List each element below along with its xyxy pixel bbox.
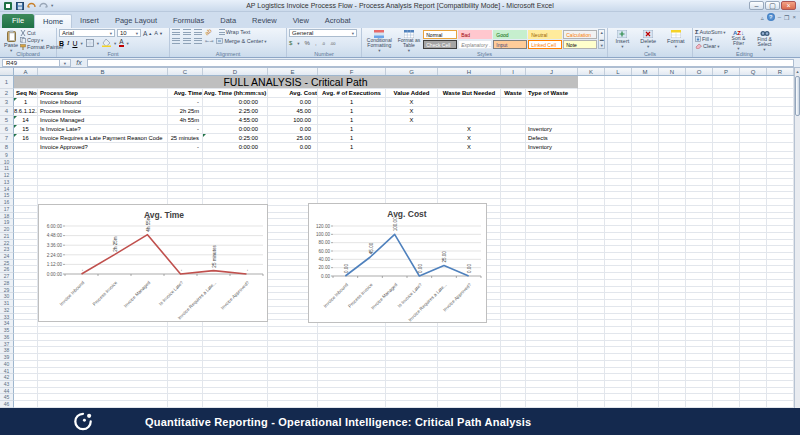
cell-M36[interactable] bbox=[632, 334, 659, 341]
cell-N15[interactable] bbox=[659, 192, 686, 199]
cell-H37[interactable] bbox=[438, 341, 501, 348]
cell-G3[interactable]: X bbox=[386, 98, 438, 107]
cell-P46[interactable] bbox=[713, 401, 740, 408]
find-select-button[interactable]: Find & Select▾ bbox=[752, 29, 778, 53]
cell-R8[interactable] bbox=[767, 143, 794, 152]
tab-formulas[interactable]: Formulas bbox=[165, 14, 212, 28]
cell-K39[interactable] bbox=[578, 354, 605, 361]
cell-L41[interactable] bbox=[605, 368, 632, 375]
cell-L19[interactable] bbox=[605, 219, 632, 226]
cell-E7[interactable]: 25.00 bbox=[268, 134, 318, 143]
cell-J13[interactable] bbox=[526, 179, 578, 186]
cell-J40[interactable] bbox=[526, 361, 578, 368]
cell-O11[interactable] bbox=[686, 165, 713, 172]
cell-A27[interactable] bbox=[14, 273, 38, 280]
cell-L27[interactable] bbox=[605, 273, 632, 280]
cell-C7[interactable]: 25 minutes bbox=[168, 134, 203, 143]
cell-Q26[interactable] bbox=[740, 266, 767, 273]
cell-L37[interactable] bbox=[605, 341, 632, 348]
cell-I18[interactable] bbox=[501, 213, 526, 220]
cell-C35[interactable] bbox=[168, 327, 203, 334]
cell-N42[interactable] bbox=[659, 374, 686, 381]
cell-D42[interactable] bbox=[203, 374, 268, 381]
formula-input[interactable] bbox=[87, 59, 794, 67]
cell-L32[interactable] bbox=[605, 307, 632, 314]
decrease-decimal-icon[interactable]: .00 bbox=[330, 41, 336, 46]
column-header-A[interactable]: A bbox=[14, 68, 38, 75]
cell-K25[interactable] bbox=[578, 260, 605, 267]
cell-M27[interactable] bbox=[632, 273, 659, 280]
cell-O29[interactable] bbox=[686, 287, 713, 294]
cell-A37[interactable] bbox=[14, 341, 38, 348]
cell-I12[interactable] bbox=[501, 172, 526, 179]
row-number-2[interactable]: 2 bbox=[0, 89, 14, 98]
cell-P26[interactable] bbox=[713, 266, 740, 273]
row-number-13[interactable]: 13 bbox=[0, 179, 14, 186]
cell-K26[interactable] bbox=[578, 266, 605, 273]
cell-R23[interactable] bbox=[767, 246, 794, 253]
cell-F12[interactable] bbox=[318, 172, 386, 179]
cell-B43[interactable] bbox=[38, 381, 168, 388]
column-header-B[interactable]: B bbox=[38, 68, 168, 75]
cell-C9[interactable] bbox=[168, 152, 203, 159]
underline-button[interactable]: U bbox=[72, 40, 77, 47]
cell-N19[interactable] bbox=[659, 219, 686, 226]
cell-O34[interactable] bbox=[686, 320, 713, 327]
cell-N21[interactable] bbox=[659, 233, 686, 240]
cell-R32[interactable] bbox=[767, 307, 794, 314]
cell-B41[interactable] bbox=[38, 368, 168, 375]
cell-K9[interactable] bbox=[578, 152, 605, 159]
cell-A43[interactable] bbox=[14, 381, 38, 388]
insert-function-icon[interactable]: fx bbox=[71, 59, 87, 66]
merge-center-button[interactable]: Merge & Center▾ bbox=[216, 38, 266, 44]
cell-C14[interactable] bbox=[168, 186, 203, 193]
cell-A22[interactable] bbox=[14, 240, 38, 247]
cell-I46[interactable] bbox=[501, 401, 526, 408]
cell-N44[interactable] bbox=[659, 388, 686, 395]
cell-I21[interactable] bbox=[501, 233, 526, 240]
borders-icon[interactable] bbox=[86, 39, 94, 47]
cell-M23[interactable] bbox=[632, 246, 659, 253]
cell-Q4[interactable] bbox=[740, 107, 767, 116]
style-normal[interactable]: Normal bbox=[423, 30, 457, 39]
cell-P35[interactable] bbox=[713, 327, 740, 334]
cell-Q17[interactable] bbox=[740, 206, 767, 213]
cell-I5[interactable] bbox=[501, 116, 526, 125]
cell-E3[interactable]: 0.00 bbox=[268, 98, 318, 107]
cell-L42[interactable] bbox=[605, 374, 632, 381]
cell-I6[interactable] bbox=[501, 125, 526, 134]
cell-H46[interactable] bbox=[438, 401, 501, 408]
cell-O15[interactable] bbox=[686, 192, 713, 199]
cell-N26[interactable] bbox=[659, 266, 686, 273]
cell-R12[interactable] bbox=[767, 172, 794, 179]
cell-J12[interactable] bbox=[526, 172, 578, 179]
cell-N25[interactable] bbox=[659, 260, 686, 267]
cell-M18[interactable] bbox=[632, 213, 659, 220]
cell-I9[interactable] bbox=[501, 152, 526, 159]
cell-N27[interactable] bbox=[659, 273, 686, 280]
cell-N7[interactable] bbox=[659, 134, 686, 143]
cell-I23[interactable] bbox=[501, 246, 526, 253]
cell-M21[interactable] bbox=[632, 233, 659, 240]
cell-B4[interactable]: Process Invoice bbox=[38, 107, 168, 116]
cell-Q43[interactable] bbox=[740, 381, 767, 388]
tab-acrobat[interactable]: Acrobat bbox=[317, 14, 359, 28]
cell-O2[interactable] bbox=[686, 89, 713, 98]
cell-D43[interactable] bbox=[203, 381, 268, 388]
cell-E44[interactable] bbox=[268, 388, 318, 395]
cell-B3[interactable]: Invoice Inbound bbox=[38, 98, 168, 107]
cell-L44[interactable] bbox=[605, 388, 632, 395]
row-number-3[interactable]: 3 bbox=[0, 98, 14, 107]
cell-A17[interactable] bbox=[14, 206, 38, 213]
cell-A13[interactable] bbox=[14, 179, 38, 186]
percent-format-icon[interactable]: % bbox=[305, 40, 310, 46]
cell-L26[interactable] bbox=[605, 266, 632, 273]
cell-D4[interactable]: 2:25:00 bbox=[203, 107, 268, 116]
cell-N28[interactable] bbox=[659, 280, 686, 287]
cell-L15[interactable] bbox=[605, 192, 632, 199]
cell-N35[interactable] bbox=[659, 327, 686, 334]
cell-P25[interactable] bbox=[713, 260, 740, 267]
cell-N31[interactable] bbox=[659, 300, 686, 307]
cell-L12[interactable] bbox=[605, 172, 632, 179]
cell-K38[interactable] bbox=[578, 347, 605, 354]
